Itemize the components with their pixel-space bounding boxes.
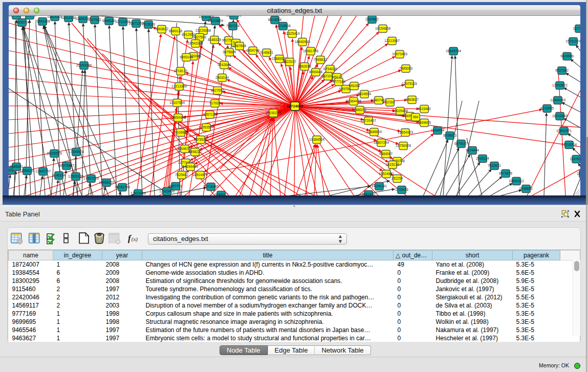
svg-text:20206576: 20206576: [47, 151, 62, 155]
svg-text:7885061: 7885061: [10, 165, 23, 168]
svg-text:12923468: 12923468: [130, 191, 146, 195]
svg-text:19384554: 19384554: [309, 138, 324, 141]
svg-text:15720407: 15720407: [361, 119, 376, 122]
svg-text:11014130: 11014130: [61, 16, 76, 19]
svg-text:8267130: 8267130: [203, 113, 216, 116]
svg-text:20364436: 20364436: [346, 99, 361, 103]
svg-text:19565717: 19565717: [22, 16, 37, 17]
svg-text:10688609: 10688609: [366, 130, 382, 134]
svg-text:16961758: 16961758: [303, 49, 318, 53]
svg-text:18236425: 18236425: [226, 16, 242, 17]
svg-text:20053346: 20053346: [76, 63, 92, 67]
svg-text:9884067: 9884067: [379, 152, 393, 156]
svg-text:12942757: 12942757: [35, 169, 51, 173]
svg-text:1640954: 1640954: [431, 128, 444, 132]
svg-text:2718170: 2718170: [174, 69, 187, 73]
svg-text:17359924: 17359924: [69, 150, 84, 154]
svg-text:1527602: 1527602: [88, 18, 101, 21]
svg-text:2935114: 2935114: [476, 157, 489, 160]
svg-text:20030275: 20030275: [266, 111, 281, 115]
svg-text:8938923: 8938923: [443, 134, 456, 137]
svg-text:62160: 62160: [385, 100, 395, 104]
svg-text:10958107: 10958107: [99, 181, 114, 184]
svg-text:20691406: 20691406: [35, 19, 50, 23]
svg-text:19524851: 19524851: [379, 172, 394, 176]
svg-text:746266: 746266: [349, 84, 360, 87]
svg-text:16210643: 16210643: [552, 114, 568, 118]
svg-text:9245652: 9245652: [519, 187, 533, 190]
svg-text:3498222: 3498222: [188, 150, 202, 154]
svg-text:9463627: 9463627: [405, 98, 419, 101]
svg-text:(x): (x): [132, 236, 138, 243]
svg-text:1145194: 1145194: [52, 173, 66, 177]
svg-text:1733426: 1733426: [395, 188, 408, 191]
svg-text:1815132: 1815132: [386, 163, 399, 166]
svg-text:12444193: 12444193: [550, 98, 565, 102]
svg-text:16154808: 16154808: [375, 27, 390, 30]
svg-text:8186328: 8186328: [208, 38, 221, 41]
svg-text:2803144: 2803144: [215, 76, 229, 79]
svg-text:8878334: 8878334: [194, 138, 207, 141]
svg-text:7632621: 7632621: [488, 164, 501, 167]
svg-text:9474444: 9474444: [466, 148, 479, 152]
svg-text:7625402: 7625402: [175, 173, 188, 177]
svg-text:9115460: 9115460: [418, 107, 431, 111]
svg-text:19654923: 19654923: [398, 130, 413, 134]
svg-text:2087682: 2087682: [365, 17, 379, 21]
svg-text:12093822: 12093822: [552, 83, 568, 87]
svg-text:15824305: 15824305: [47, 16, 62, 18]
svg-text:3242848: 3242848: [217, 63, 231, 67]
svg-text:3875685: 3875685: [223, 50, 236, 54]
svg-text:7955812: 7955812: [314, 58, 327, 61]
svg-text:14055724: 14055724: [14, 20, 30, 24]
svg-text:9777169: 9777169: [332, 80, 345, 83]
svg-text:9890148: 9890148: [180, 55, 193, 59]
svg-text:8471676: 8471676: [499, 171, 512, 175]
svg-text:12975115: 12975115: [402, 82, 417, 85]
svg-text:10807487: 10807487: [371, 98, 386, 102]
svg-text:9857791: 9857791: [169, 184, 182, 188]
svg-text:7857224: 7857224: [226, 24, 239, 28]
svg-text:18640910: 18640910: [295, 40, 310, 43]
svg-text:1117404: 1117404: [573, 27, 580, 30]
svg-text:19716485: 19716485: [203, 185, 219, 188]
svg-text:8454749: 8454749: [246, 49, 259, 52]
svg-text:12353594: 12353594: [199, 125, 214, 129]
svg-text:9699695: 9699695: [418, 121, 431, 124]
svg-text:7485063: 7485063: [399, 67, 412, 70]
svg-text:8427552: 8427552: [211, 89, 224, 92]
svg-text:19756928: 19756928: [396, 144, 411, 147]
svg-text:10973493: 10973493: [392, 52, 407, 56]
svg-text:17016504: 17016504: [561, 143, 577, 146]
svg-text:19218506: 19218506: [275, 24, 291, 28]
svg-text:10654112: 10654112: [509, 179, 524, 183]
svg-text:16648784: 16648784: [446, 49, 461, 53]
svg-text:8215955: 8215955: [540, 106, 554, 110]
svg-text:9146821: 9146821: [260, 51, 273, 54]
svg-text:11325419: 11325419: [285, 32, 300, 35]
svg-text:10107554: 10107554: [169, 101, 185, 104]
svg-text:16033809: 16033809: [208, 19, 223, 23]
svg-text:7663822: 7663822: [155, 27, 168, 31]
svg-text:12505185: 12505185: [68, 174, 83, 178]
svg-text:964: 964: [412, 115, 418, 119]
svg-text:12213967: 12213967: [384, 39, 400, 42]
svg-text:18807249: 18807249: [374, 141, 389, 144]
svg-text:1167533: 1167533: [570, 157, 580, 161]
svg-text:3822037: 3822037: [283, 60, 296, 63]
svg-text:11568191: 11568191: [19, 169, 35, 172]
svg-text:99975887: 99975887: [59, 164, 74, 167]
svg-text:252254: 252254: [391, 177, 403, 180]
svg-text:6879197: 6879197: [454, 142, 468, 145]
svg-text:9451440: 9451440: [362, 192, 375, 195]
svg-text:19106825: 19106825: [173, 130, 188, 134]
svg-text:8660128: 8660128: [169, 29, 182, 33]
svg-text:14099489: 14099489: [183, 165, 198, 168]
svg-text:6794028: 6794028: [323, 67, 337, 71]
svg-text:717006: 717006: [209, 101, 221, 105]
svg-text:10654948: 10654948: [170, 116, 186, 119]
svg-text:10025488: 10025488: [393, 109, 408, 113]
svg-text:16543382: 16543382: [188, 41, 203, 45]
svg-text:1292346: 1292346: [577, 172, 580, 176]
svg-text:7386372: 7386372: [353, 108, 366, 112]
